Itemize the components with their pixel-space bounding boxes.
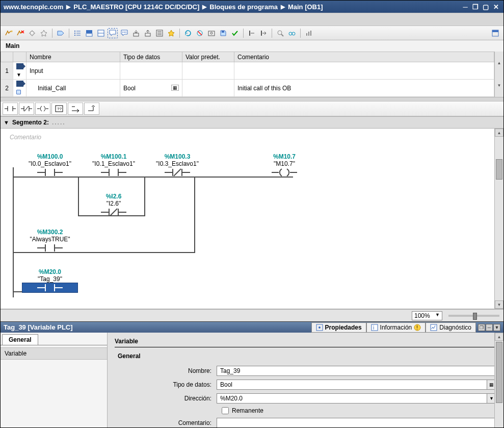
breadcrumb-4[interactable]: Main [OB1] xyxy=(288,3,323,11)
minimize-button[interactable]: ─ xyxy=(461,3,470,11)
svg-rect-6 xyxy=(74,35,75,36)
row-datatype[interactable] xyxy=(120,62,182,80)
row-datatype[interactable]: Bool▦ xyxy=(120,80,182,97)
scroll-down-button[interactable]: ▼ xyxy=(495,300,503,309)
contact-selected[interactable]: %M20.0"Tag_39" xyxy=(22,268,78,293)
scroll-thumb[interactable] xyxy=(496,159,502,180)
checkbox-remanente[interactable] xyxy=(222,407,229,414)
input-tipo[interactable] xyxy=(217,380,487,390)
scroll-up-button[interactable]: ▲ xyxy=(495,52,503,74)
favorite-icon[interactable] xyxy=(166,28,176,38)
close-button[interactable]: ✕ xyxy=(491,3,500,11)
tab-information[interactable]: i Información ! xyxy=(366,322,426,333)
svg-line-49 xyxy=(24,106,29,111)
panel-restore-button[interactable]: ❐ xyxy=(478,324,485,331)
svg-rect-36 xyxy=(306,33,307,36)
block-blue-icon[interactable] xyxy=(84,28,94,38)
glasses-icon[interactable] xyxy=(287,28,297,38)
svg-point-3 xyxy=(30,31,34,35)
contact-no[interactable]: %M100.1"I0.1_Esclavo1" xyxy=(86,153,142,178)
zoom-slider[interactable] xyxy=(448,315,499,317)
row-comment[interactable] xyxy=(234,62,494,80)
table-row[interactable]: 1 ▼ Input xyxy=(1,62,494,80)
contact-no[interactable]: %M300.2"AlwaysTRUE" xyxy=(22,229,78,253)
settings-icon[interactable] xyxy=(27,28,37,38)
nav-tab-general[interactable]: General xyxy=(2,334,38,345)
datatype-picker-button[interactable]: ▦ xyxy=(171,85,179,91)
panel-min-button[interactable]: ─ xyxy=(486,324,493,331)
coil-button[interactable] xyxy=(35,103,50,115)
comment-dots-icon[interactable] xyxy=(119,28,129,38)
contact-nc[interactable]: %M100.3"I0.3_Esclavo1" xyxy=(149,153,205,178)
import-icon[interactable] xyxy=(131,28,141,38)
svg-line-24 xyxy=(198,31,202,35)
iface-scroll[interactable]: ▲ ▼ xyxy=(494,52,503,97)
ladder-scrollbar[interactable]: ▲ ▼ xyxy=(494,129,503,309)
col-header-preset[interactable]: Valor predet. xyxy=(182,52,234,62)
export-icon[interactable] xyxy=(143,28,153,38)
chart-icon[interactable] xyxy=(304,28,314,38)
add-wire-icon[interactable]: ✶ xyxy=(4,28,14,38)
check-icon[interactable] xyxy=(230,28,240,38)
contact-nc[interactable]: %I2.6"I2.6" xyxy=(86,193,142,217)
properties-scrollbar[interactable]: ▲ ▼ xyxy=(494,333,503,428)
breadcrumb-1[interactable]: www.tecnoplc.com xyxy=(4,3,63,11)
segment-header[interactable]: ▼ Segmento 2: ..... xyxy=(1,116,503,129)
scroll-thumb[interactable] xyxy=(496,342,502,403)
row-name[interactable]: Initial_Call xyxy=(26,80,120,97)
svg-rect-40 xyxy=(492,30,498,32)
branch-open-button[interactable] xyxy=(68,103,83,115)
table-row[interactable]: 2 Initial_Call Bool▦ Initial call of thi… xyxy=(1,80,494,97)
box-button[interactable]: ?? xyxy=(51,103,67,115)
scroll-down-button[interactable]: ▼ xyxy=(495,74,503,97)
col-header-datatype[interactable]: Tipo de datos xyxy=(120,52,182,62)
panel-arrow-button[interactable]: ▼ xyxy=(493,324,500,331)
coil[interactable]: %M10.7"M10.7" xyxy=(256,153,312,178)
star-settings-icon[interactable] xyxy=(39,28,49,38)
col-header-name[interactable]: Nombre xyxy=(26,52,120,62)
block-white-icon[interactable] xyxy=(96,28,106,38)
goto-start-icon[interactable] xyxy=(247,28,257,38)
nav-item-variable[interactable]: Variable xyxy=(1,347,107,360)
branch-close-button[interactable] xyxy=(84,103,99,115)
maximize-button[interactable]: ▢ xyxy=(481,3,490,11)
input-nombre[interactable] xyxy=(217,366,496,376)
save-disk-icon[interactable] xyxy=(218,28,228,38)
list-check-icon[interactable] xyxy=(154,28,165,38)
row-comment[interactable]: Initial call of this OB xyxy=(234,80,494,97)
zoom-combo[interactable]: 100%▼ xyxy=(412,311,442,320)
input-direccion[interactable] xyxy=(217,393,487,404)
scroll-up-button[interactable]: ▲ xyxy=(495,333,503,341)
breadcrumb-3[interactable]: Bloques de programa xyxy=(209,3,278,11)
snapshot-icon[interactable] xyxy=(206,28,217,38)
refresh-icon[interactable] xyxy=(183,28,193,38)
panel-toggle-icon[interactable] xyxy=(490,28,500,38)
segment-comment-placeholder[interactable]: Comentario xyxy=(7,133,488,146)
stop-refresh-icon[interactable] xyxy=(195,28,205,38)
restore-button[interactable]: ❐ xyxy=(471,3,480,11)
tab-diagnostics[interactable]: Diagnóstico xyxy=(426,322,476,333)
search-icon[interactable] xyxy=(275,28,285,38)
input-comentario[interactable] xyxy=(217,418,496,428)
contact-no-button[interactable] xyxy=(3,103,18,115)
row-preset[interactable] xyxy=(182,62,234,80)
scroll-up-button[interactable]: ▲ xyxy=(495,129,503,137)
interface-table: Nombre Tipo de datos Valor predet. Comen… xyxy=(1,52,494,97)
delete-wire-icon[interactable] xyxy=(15,28,25,38)
col-header-comment[interactable]: Comentario xyxy=(234,52,494,62)
contact-no[interactable]: %M100.0"I0.0_Esclavo1" xyxy=(22,153,78,178)
breadcrumb-2[interactable]: PLC_MAESTRO [CPU 1214C DC/DC/DC] xyxy=(73,3,199,11)
contact-nc-button[interactable] xyxy=(19,103,34,115)
row-name[interactable]: Input xyxy=(26,62,120,80)
svg-line-66 xyxy=(174,169,181,176)
collapse-arrow-icon[interactable]: ▼ xyxy=(4,119,9,125)
tab-properties[interactable]: Propiedades xyxy=(311,322,366,333)
list-icon[interactable] xyxy=(72,28,83,38)
goto-arrow-icon[interactable] xyxy=(258,28,269,38)
ladder-area: Comentario %M100.0"I0.0_Esclavo1" %M100.… xyxy=(1,129,503,309)
comment-toggle-icon[interactable] xyxy=(108,28,118,38)
svg-point-31 xyxy=(278,31,282,35)
row-preset[interactable] xyxy=(182,80,234,97)
ladder-canvas[interactable]: Comentario %M100.0"I0.0_Esclavo1" %M100.… xyxy=(1,129,494,309)
tag-icon[interactable] xyxy=(56,28,66,38)
